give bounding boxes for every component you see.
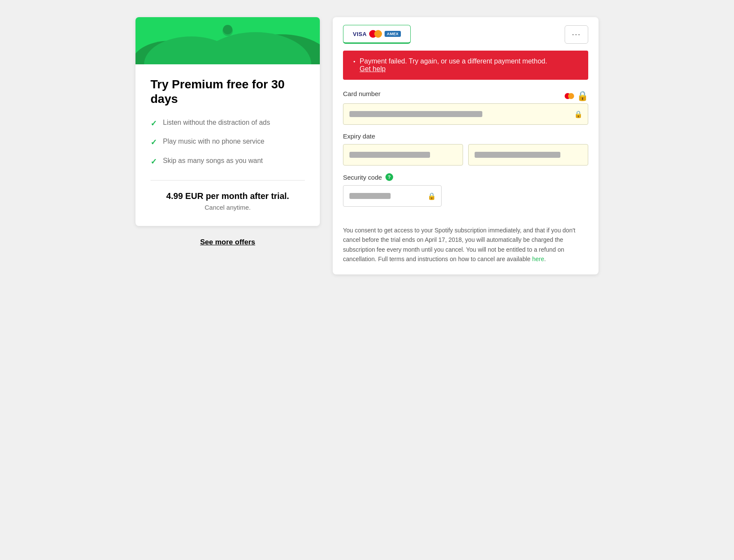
mastercard-icon xyxy=(369,30,382,38)
error-message: Payment failed. Try again, or use a diff… xyxy=(360,57,547,65)
card-icons: VISA AMEX xyxy=(353,30,401,38)
left-panel: Try Premium free for 30 days ✓ Listen wi… xyxy=(135,17,320,247)
divider xyxy=(150,180,305,181)
get-help-link[interactable]: Get help xyxy=(360,65,385,72)
card-payment-tab[interactable]: VISA AMEX xyxy=(343,25,411,44)
error-content: Payment failed. Try again, or use a diff… xyxy=(360,57,547,73)
card-number-placeholder xyxy=(349,111,482,117)
hills-svg xyxy=(135,17,320,64)
check-icon-2: ✓ xyxy=(150,137,157,148)
price-text: 4.99 EUR per month after trial. xyxy=(150,190,305,202)
payment-error-banner: ● Payment failed. Try again, or use a di… xyxy=(343,51,588,80)
security-code-label: Security code xyxy=(343,174,382,181)
payment-tabs: VISA AMEX ··· xyxy=(333,17,599,44)
expiry-month-input[interactable] xyxy=(343,144,463,166)
features-list: ✓ Listen without the distraction of ads … xyxy=(150,118,305,167)
feature-item-2: ✓ Play music with no phone service xyxy=(150,137,305,148)
check-icon-3: ✓ xyxy=(150,157,157,167)
security-code-input[interactable]: 🔒 xyxy=(343,185,442,207)
card-number-input[interactable]: 🔒 xyxy=(343,103,588,125)
cancel-text: Cancel anytime. xyxy=(150,204,305,211)
feature-text-1: Listen without the distraction of ads xyxy=(163,118,270,127)
consent-here-link[interactable]: here xyxy=(532,256,544,262)
consent-text: You consent to get access to your Spotif… xyxy=(333,226,599,274)
expiry-label: Expiry date xyxy=(343,132,588,140)
error-bullet: ● xyxy=(353,60,355,63)
expiry-year-input[interactable] xyxy=(468,144,588,166)
price-section: 4.99 EUR per month after trial. Cancel a… xyxy=(150,190,305,211)
card-number-label-row: Card number 🔒 xyxy=(343,90,588,102)
card-number-label: Card number xyxy=(343,90,381,97)
feature-text-3: Skip as many songs as you want xyxy=(163,156,263,166)
security-help-icon[interactable]: ? xyxy=(385,173,393,181)
premium-card: Try Premium free for 30 days ✓ Listen wi… xyxy=(135,17,320,226)
illustration-dot xyxy=(223,25,232,34)
more-payment-options-button[interactable]: ··· xyxy=(565,25,588,44)
expiry-year-placeholder xyxy=(475,152,560,158)
feature-item-3: ✓ Skip as many songs as you want xyxy=(150,156,305,167)
check-icon-1: ✓ xyxy=(150,118,157,129)
feature-text-2: Play music with no phone service xyxy=(163,137,265,146)
premium-title: Try Premium free for 30 days xyxy=(150,77,305,106)
gold-lock-icon: 🔒 xyxy=(577,90,588,102)
security-label-row: Security code ? xyxy=(343,173,588,181)
card-type-mc-icon xyxy=(565,93,574,99)
card-illustration xyxy=(135,17,320,64)
right-panel: VISA AMEX ··· ● Payment failed. Try agai… xyxy=(333,17,599,274)
expiry-month-placeholder xyxy=(349,152,430,158)
see-more-offers-link[interactable]: See more offers xyxy=(200,238,256,247)
security-placeholder xyxy=(349,193,391,199)
expiry-row xyxy=(343,144,588,166)
security-lock-icon: 🔒 xyxy=(427,192,436,200)
visa-icon: VISA xyxy=(353,31,367,37)
amex-icon: AMEX xyxy=(385,31,400,37)
payment-form: Card number 🔒 🔒 Expiry date xyxy=(333,87,599,226)
card-body: Try Premium free for 30 days ✓ Listen wi… xyxy=(135,64,320,226)
consent-end: . xyxy=(544,256,546,262)
card-number-lock-icon: 🔒 xyxy=(574,110,583,118)
feature-item-1: ✓ Listen without the distraction of ads xyxy=(150,118,305,129)
